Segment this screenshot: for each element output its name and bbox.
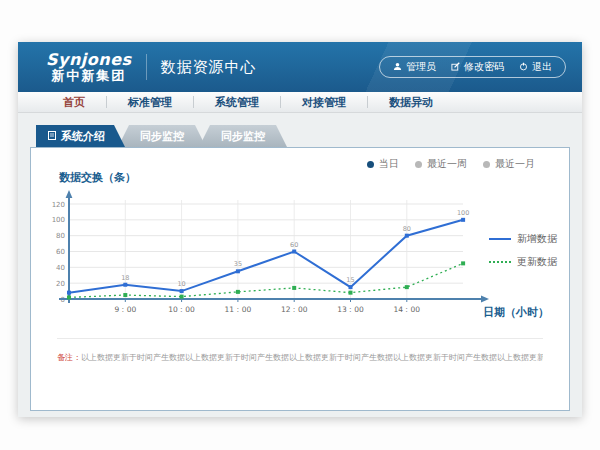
line-chart: 9：0010：0011：0012：0013：0014：0002040608010… (51, 186, 511, 336)
svg-text:10: 10 (177, 280, 185, 288)
radio-label: 当日 (379, 157, 399, 171)
svg-text:120: 120 (52, 201, 65, 209)
radio-dot (415, 161, 422, 168)
svg-text:100: 100 (457, 209, 469, 217)
svg-text:13：00: 13：00 (337, 305, 364, 314)
svg-text:80: 80 (56, 232, 65, 240)
svg-text:20: 20 (56, 280, 65, 288)
nav-item-home[interactable]: 首页 (42, 95, 106, 110)
footnote-prefix: 备注： (57, 353, 81, 362)
svg-text:35: 35 (234, 260, 242, 268)
user-icon (393, 62, 402, 73)
nav-item-connect-mgmt[interactable]: 对接管理 (281, 95, 367, 110)
tab-sync-monitor-2[interactable]: 同步监控 (199, 125, 287, 147)
nav-item-data-change[interactable]: 数据异动 (368, 95, 454, 110)
legend-item-updated-data[interactable]: 更新数据 (489, 255, 557, 269)
document-icon (48, 130, 56, 143)
change-password-label: 修改密码 (464, 60, 504, 74)
edit-icon (451, 62, 460, 73)
radio-last-month[interactable]: 最近一月 (483, 157, 535, 171)
legend-swatch-blue (489, 238, 511, 240)
power-icon (519, 62, 528, 73)
radio-dot (367, 161, 374, 168)
svg-text:18: 18 (121, 274, 129, 282)
svg-text:11：00: 11：00 (225, 305, 252, 314)
svg-text:100: 100 (52, 216, 65, 224)
svg-text:14：00: 14：00 (394, 305, 421, 314)
nav-item-system-mgmt[interactable]: 系统管理 (194, 95, 280, 110)
legend-item-new-data[interactable]: 新增数据 (489, 232, 557, 246)
x-axis-title: 日期（小时） (483, 305, 549, 320)
radio-label: 最近一月 (495, 157, 535, 171)
chart-panel: 当日 最近一周 最近一月 数据交换（条） 9：0010：0011：0012：00… (30, 147, 570, 411)
svg-text:80: 80 (403, 225, 411, 233)
svg-text:40: 40 (56, 264, 65, 272)
time-range-filter: 当日 最近一周 最近一月 (367, 157, 535, 171)
page-title: 数据资源中心 (161, 58, 257, 77)
logo-text-cn: 新中新集团 (46, 69, 132, 83)
svg-text:9：00: 9：00 (114, 305, 136, 314)
change-password-button[interactable]: 修改密码 (451, 60, 504, 74)
radio-last-week[interactable]: 最近一周 (415, 157, 467, 171)
app-header: Synjones 新中新集团 数据资源中心 管理员 修改密码 退出 (18, 42, 582, 92)
radio-label: 最近一周 (427, 157, 467, 171)
legend-label: 新增数据 (517, 232, 557, 246)
main-nav: 首页 标准管理 系统管理 对接管理 数据异动 (18, 92, 582, 113)
page-card: Synjones 新中新集团 数据资源中心 管理员 修改密码 退出 首页 标准管… (18, 42, 582, 417)
logo-text-en: Synjones (46, 51, 132, 69)
svg-text:15: 15 (346, 276, 354, 284)
footnote: 备注：以上数据更新于时间产生数据以上数据更新于时间产生数据以上数据更新于时间产生… (57, 338, 543, 363)
svg-text:60: 60 (56, 248, 65, 256)
tab-system-intro[interactable]: 系统介绍 (36, 125, 125, 147)
company-logo: Synjones 新中新集团 (46, 51, 132, 83)
svg-text:10：00: 10：00 (168, 305, 195, 314)
header-divider (146, 54, 147, 80)
logout-label: 退出 (532, 60, 552, 74)
user-label: 管理员 (406, 60, 436, 74)
user-toolbar: 管理员 修改密码 退出 (379, 56, 566, 78)
legend-swatch-green (489, 261, 511, 263)
svg-text:60: 60 (290, 241, 298, 249)
user-menu[interactable]: 管理员 (393, 60, 436, 74)
svg-text:12：00: 12：00 (281, 305, 308, 314)
tab-label: 同步监控 (221, 129, 265, 144)
legend-label: 更新数据 (517, 255, 557, 269)
logout-button[interactable]: 退出 (519, 60, 552, 74)
nav-item-standard-mgmt[interactable]: 标准管理 (107, 95, 193, 110)
content-area: 系统介绍 同步监控 同步监控 当日 最近一周 (18, 113, 582, 417)
tab-sync-monitor-1[interactable]: 同步监控 (118, 125, 206, 147)
tab-label: 同步监控 (140, 129, 184, 144)
footnote-text: 以上数据更新于时间产生数据以上数据更新于时间产生数据以上数据更新于时间产生数据以… (81, 353, 543, 362)
radio-dot (483, 161, 490, 168)
tab-bar: 系统介绍 同步监控 同步监控 (36, 125, 582, 147)
chart-legend: 新增数据 更新数据 (489, 232, 557, 269)
y-axis-title: 数据交换（条） (59, 170, 136, 185)
tab-label: 系统介绍 (61, 129, 105, 144)
radio-today[interactable]: 当日 (367, 157, 399, 171)
